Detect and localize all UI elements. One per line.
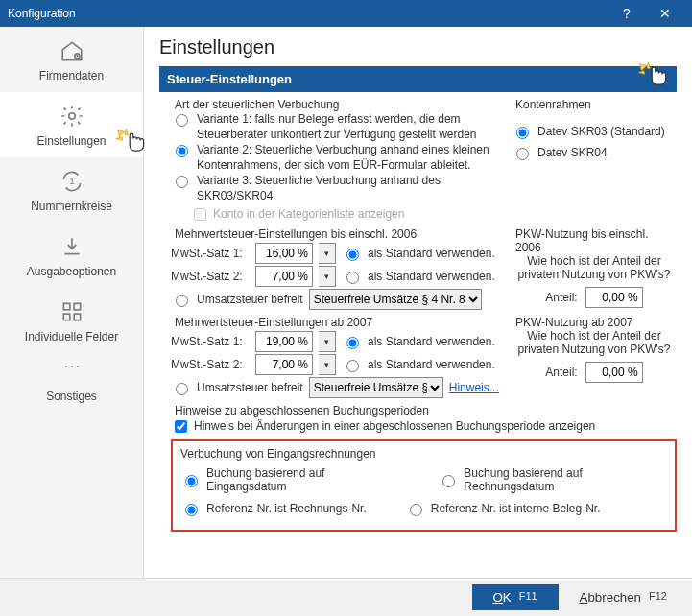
field-label: Anteil: bbox=[545, 366, 577, 379]
svg-text:1: 1 bbox=[69, 176, 74, 186]
checkbox-konto-in-liste bbox=[194, 208, 206, 221]
svg-rect-8 bbox=[63, 314, 70, 320]
sidebar-item-nummernkreise[interactable]: 1 Nummernkreise bbox=[0, 157, 143, 223]
close-button[interactable]: ✕ bbox=[646, 6, 684, 21]
input-mwst2006-satz1[interactable] bbox=[255, 243, 313, 264]
radio-label: als Standard verwenden. bbox=[368, 270, 495, 283]
sidebar-item-label: Individuelle Felder bbox=[25, 330, 118, 344]
stepper-button[interactable]: ▾ bbox=[319, 243, 336, 264]
radio-buchung-eingangsdatum[interactable] bbox=[185, 475, 198, 487]
field-label: MwSt.-Satz 2: bbox=[171, 270, 250, 283]
svg-rect-9 bbox=[74, 314, 81, 320]
group-kontenrahmen: Kontenrahmen Datev SKR03 (Standard) Date… bbox=[512, 98, 677, 165]
radio-skr03[interactable] bbox=[516, 127, 529, 139]
gear-icon bbox=[60, 104, 84, 129]
radio-std2007-2[interactable] bbox=[346, 360, 359, 372]
select-befreit-2006[interactable]: Steuerfreie Umsätze § 4 Nr. 8 f bbox=[309, 289, 482, 310]
help-button[interactable]: ? bbox=[608, 6, 646, 21]
field-label: Anteil: bbox=[545, 291, 577, 304]
input-pkw2007-anteil[interactable] bbox=[585, 362, 643, 383]
sidebar-item-ausgabeoptionen[interactable]: Ausgabeoptionen bbox=[0, 223, 143, 288]
radio-std2007-1[interactable] bbox=[346, 337, 359, 349]
radio-label: Referenz-Nr. ist interne Beleg-Nr. bbox=[431, 502, 601, 515]
radio-label: Buchung basierend auf Eingangsdatum bbox=[206, 466, 399, 493]
sidebar-more-icon: ⋯ bbox=[0, 353, 143, 378]
stepper-button[interactable]: ▾ bbox=[319, 331, 336, 352]
sidebar: Firmendaten Einstellungen 1 Nummernkreis… bbox=[0, 27, 144, 578]
group-legend: PKW-Nutzung ab 2007 bbox=[512, 316, 637, 329]
button-label: OK bbox=[492, 590, 511, 604]
radio-variante-1[interactable] bbox=[176, 114, 188, 127]
radio-label: Buchung basierend auf Rechnungsdatum bbox=[464, 466, 667, 493]
sidebar-item-label: Ausgabeoptionen bbox=[27, 265, 116, 278]
sidebar-item-sonstiges[interactable]: Sonstiges bbox=[0, 378, 143, 413]
house-icon bbox=[60, 38, 84, 63]
group-inbound-invoices: Verbuchung von Eingangsrechnungen Buchun… bbox=[171, 439, 677, 532]
pkw-question: Wie hoch ist der Anteil der privaten Nut… bbox=[512, 254, 677, 281]
group-mwst-2007: Mehrwertsteuer-Einstellungen ab 2007 MwS… bbox=[171, 316, 502, 404]
radio-buchung-rechnungsdatum[interactable] bbox=[442, 475, 455, 487]
sidebar-item-label: Firmendaten bbox=[39, 69, 104, 83]
grid-icon bbox=[60, 299, 84, 324]
input-mwst2006-satz2[interactable] bbox=[255, 266, 313, 287]
hinweis-link[interactable]: Hinweis... bbox=[449, 381, 499, 394]
group-legend: Verbuchung von Eingangsrechnungen bbox=[180, 447, 667, 461]
button-label: Abbrechen bbox=[580, 590, 641, 604]
field-label: MwSt.-Satz 1: bbox=[171, 335, 250, 348]
radio-label: Umsatzsteuer befreit bbox=[197, 293, 303, 306]
group-legend: Mehrwertsteuer-Einstellungen ab 2007 bbox=[171, 316, 376, 329]
group-mwst-2006: Mehrwertsteuer-Einstellungen bis einschl… bbox=[171, 227, 502, 316]
input-mwst2007-satz1[interactable] bbox=[255, 331, 313, 352]
field-label: MwSt.-Satz 2: bbox=[171, 358, 250, 371]
radio-label: als Standard verwenden. bbox=[368, 247, 495, 260]
group-art: Art der steuerlichen Verbuchung Variante… bbox=[171, 98, 502, 227]
checkbox-label: Konto in der Kategorienliste anzeigen bbox=[213, 207, 404, 221]
button-keyhint: F12 bbox=[649, 590, 667, 604]
ok-button[interactable]: OK F11 bbox=[472, 584, 559, 610]
group-legend: Hinweise zu abgeschlossenen Buchungsperi… bbox=[171, 404, 433, 417]
cycle-icon: 1 bbox=[60, 169, 84, 194]
radio-variante-2[interactable] bbox=[176, 145, 188, 157]
radio-label: als Standard verwenden. bbox=[368, 335, 495, 348]
group-legend: Mehrwertsteuer-Einstellungen bis einschl… bbox=[171, 227, 420, 241]
group-legend: Kontenrahmen bbox=[512, 98, 595, 111]
radio-ust-befreit-2007[interactable] bbox=[176, 383, 188, 395]
stepper-button[interactable]: ▾ bbox=[319, 266, 336, 287]
radio-std2006-1[interactable] bbox=[346, 249, 359, 261]
radio-label: Datev SKR04 bbox=[537, 146, 608, 161]
radio-ref-belegnr[interactable] bbox=[410, 504, 422, 516]
group-closed-periods: Hinweise zu abgeschlossenen Buchungsperi… bbox=[171, 404, 677, 439]
window-title: Konfiguration bbox=[8, 7, 608, 20]
radio-label: Variante 3: Steuerliche Verbuchung anhan… bbox=[197, 174, 502, 203]
content: Einstellungen Steuer-Einstellungen Art d… bbox=[144, 27, 692, 578]
radio-ref-rechnungsnr[interactable] bbox=[185, 504, 198, 516]
radio-label: Variante 2: Steuerliche Verbuchung anhan… bbox=[197, 143, 502, 173]
sidebar-item-individuelle-felder[interactable]: Individuelle Felder bbox=[0, 288, 143, 353]
group-pkw-2007: PKW-Nutzung ab 2007 Wie hoch ist der Ant… bbox=[512, 316, 677, 387]
sidebar-item-firmendaten[interactable]: Firmendaten bbox=[0, 27, 143, 92]
input-mwst2007-satz2[interactable] bbox=[255, 354, 313, 375]
checkbox-closed-period-hint[interactable] bbox=[175, 420, 187, 433]
group-legend: Art der steuerlichen Verbuchung bbox=[171, 98, 343, 111]
checkbox-label: Hinweis bei Änderungen in einer abgeschl… bbox=[194, 419, 595, 433]
panel-title: Steuer-Einstellungen bbox=[167, 72, 292, 86]
download-icon bbox=[60, 234, 84, 259]
sidebar-item-label: Nummernkreise bbox=[31, 200, 112, 213]
select-befreit-2007[interactable]: Steuerfreie Umsätze § bbox=[309, 377, 443, 398]
stepper-button[interactable]: ▾ bbox=[319, 354, 336, 375]
sidebar-item-label: Sonstiges bbox=[46, 390, 97, 403]
radio-skr04[interactable] bbox=[516, 148, 529, 160]
group-pkw-2006: PKW-Nutzung bis einschl. 2006 Wie hoch i… bbox=[512, 227, 677, 312]
group-legend: PKW-Nutzung bis einschl. 2006 bbox=[512, 227, 677, 254]
radio-ust-befreit-2006[interactable] bbox=[176, 295, 188, 307]
svg-rect-7 bbox=[74, 303, 81, 310]
cancel-button[interactable]: Abbrechen F12 bbox=[568, 584, 679, 610]
radio-variante-3[interactable] bbox=[176, 176, 188, 188]
radio-label: Umsatzsteuer befreit bbox=[197, 381, 303, 394]
panel-header: Steuer-Einstellungen bbox=[159, 66, 677, 92]
sidebar-item-einstellungen[interactable]: Einstellungen bbox=[0, 92, 143, 157]
input-pkw2006-anteil[interactable] bbox=[585, 287, 643, 308]
pkw-question: Wie hoch ist der Anteil der privaten Nut… bbox=[512, 329, 677, 356]
radio-std2006-2[interactable] bbox=[346, 272, 359, 284]
titlebar: Konfiguration ? ✕ bbox=[0, 0, 692, 27]
